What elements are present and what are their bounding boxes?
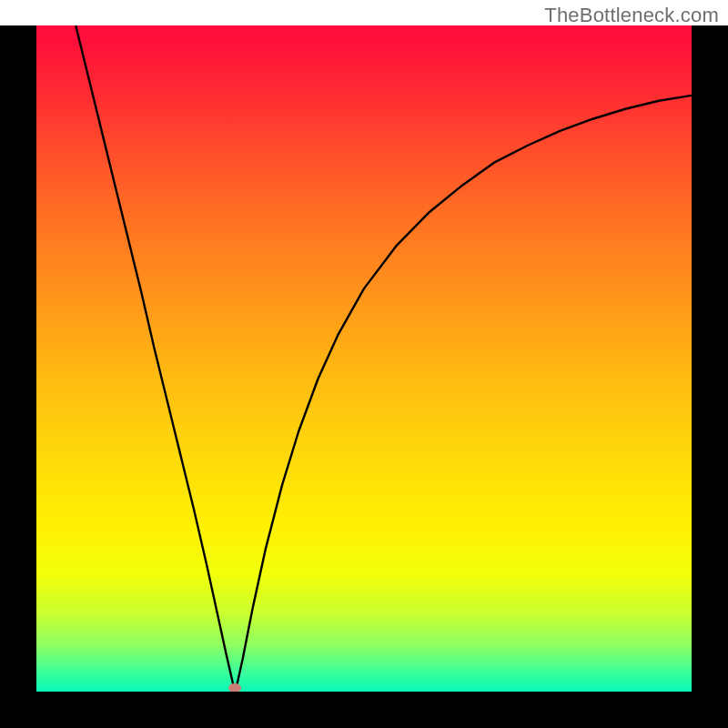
chart-container: TheBottleneck.com [0,0,728,728]
bottleneck-curve [36,25,692,692]
plot-frame [0,25,728,728]
minimum-marker [228,683,241,692]
watermark-text: TheBottleneck.com [544,4,719,27]
plot-area [36,25,692,692]
